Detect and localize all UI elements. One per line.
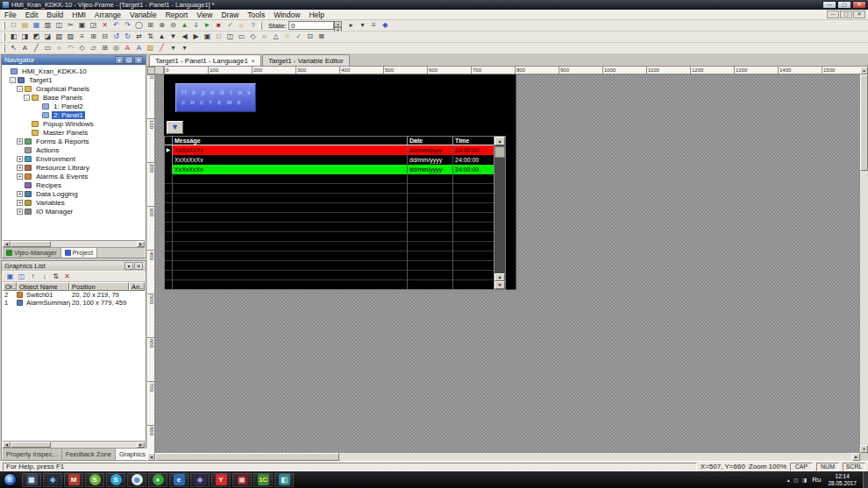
tree-expander[interactable]: +: [17, 191, 23, 197]
tree-item[interactable]: + Resource Library: [3, 163, 145, 172]
open-button[interactable]: ▤: [19, 20, 31, 31]
align-center-horizontal-button[interactable]: ▧: [53, 32, 65, 42]
scroll-thumb[interactable]: [11, 442, 51, 448]
dock-close-button[interactable]: ✕: [134, 56, 143, 64]
taskbar-app-icon[interactable]: 1С: [253, 473, 273, 487]
dock-pin-button[interactable]: ⊡: [125, 56, 133, 64]
taskbar-app-icon[interactable]: ◆: [43, 473, 62, 487]
rotate-left-button[interactable]: ↺: [110, 32, 122, 42]
menu-item-build[interactable]: Build: [42, 10, 68, 20]
scroll-thumb[interactable]: [11, 241, 51, 247]
build-button[interactable]: ▲: [179, 20, 190, 31]
show-desktop-button[interactable]: [863, 471, 868, 488]
same-height-button[interactable]: ◫: [224, 32, 236, 42]
taskbar-clock[interactable]: 12:14 28.05.2017: [828, 473, 857, 487]
tree-item[interactable]: - Base Panels: [3, 93, 145, 102]
document-hscrollbar[interactable]: ◀ ▶: [147, 453, 860, 461]
select-tool[interactable]: ↖: [8, 43, 19, 53]
state-menu-button[interactable]: ▾: [357, 20, 368, 31]
print-button[interactable]: ▥: [42, 20, 53, 31]
scroll-right-icon[interactable]: ▶: [137, 241, 145, 247]
mdi-close-button[interactable]: ✕: [853, 11, 865, 18]
tree-expander[interactable]: -: [17, 86, 23, 92]
tab-panel1-editor[interactable]: Target1 - Panel1 - Language1 ×: [149, 54, 261, 66]
foreground-color-dropdown[interactable]: ▾: [167, 43, 179, 53]
same-size-button[interactable]: ▣: [202, 32, 213, 42]
scroll-thumb[interactable]: [860, 74, 868, 171]
alarm-scrollbar[interactable]: ▲ ▲ ▼: [494, 137, 505, 289]
tree-expander[interactable]: -: [24, 95, 30, 101]
alarm-row[interactable]: ▶ XxXxXxXx dd/mm/yyyy 24:00:00: [165, 145, 505, 155]
toolbar-grip[interactable]: [3, 33, 5, 41]
tree-item[interactable]: 1: Panel2: [3, 102, 145, 110]
dock-menu-button[interactable]: ▾: [125, 262, 133, 270]
panel1-design-surface[interactable]: П е р е й т и к с и с т е м е ▤▤▼ .panel…: [164, 74, 516, 290]
line-color-button[interactable]: ╱: [156, 43, 167, 53]
download-button[interactable]: ⇓: [190, 20, 202, 31]
scroll-right-icon[interactable]: ▶: [852, 453, 860, 461]
goto-system-button[interactable]: П е р е й т и к с и с т е м е: [175, 83, 256, 112]
zoom-out-button[interactable]: ⊖: [167, 20, 179, 31]
snap-to-grid-button[interactable]: ▭: [236, 32, 247, 42]
validate-panel-button[interactable]: ✓: [293, 32, 304, 42]
show-grid-button[interactable]: ◇: [247, 32, 259, 42]
tree-item[interactable]: + Environment: [3, 154, 145, 163]
copy-button[interactable]: ▣: [76, 20, 88, 31]
column-header-order[interactable]: Or...: [3, 282, 17, 291]
scroll-up-icon[interactable]: ▲: [860, 67, 868, 74]
run-simulation-button[interactable]: ►: [202, 20, 213, 31]
redo-button[interactable]: ↷: [122, 20, 133, 31]
ungroup-button[interactable]: ⊟: [99, 32, 110, 42]
toolbar-grip[interactable]: [3, 22, 5, 30]
column-header-animation[interactable]: An...: [129, 282, 145, 291]
tab-feedback-zone[interactable]: Feedback Zone: [62, 449, 116, 460]
menu-item-help[interactable]: Help: [304, 10, 328, 20]
rectangle-tool[interactable]: ▭: [42, 43, 53, 53]
group-button[interactable]: ⊞: [88, 32, 99, 42]
scroll-up-icon[interactable]: ▲: [494, 273, 505, 281]
move-up-button[interactable]: ↑: [27, 272, 39, 282]
menu-item-arrange[interactable]: Arrange: [90, 10, 125, 20]
toolbar-options-button[interactable]: ≡: [368, 20, 380, 31]
dock-close-button[interactable]: ✕: [134, 262, 143, 270]
scroll-left-icon[interactable]: ◀: [3, 241, 11, 247]
start-button[interactable]: ⊞: [4, 473, 17, 486]
graphics-list-hscrollbar[interactable]: ◀ ▶: [3, 441, 145, 448]
tab-close-icon[interactable]: ×: [252, 58, 255, 64]
tree-expander[interactable]: +: [17, 156, 23, 162]
tree-item[interactable]: Popup Windows: [3, 119, 145, 128]
state-value-input[interactable]: 0: [288, 21, 334, 30]
flip-vertical-button[interactable]: ⇅: [145, 32, 156, 42]
taskbar-app-icon[interactable]: M: [64, 473, 83, 487]
column-header-object-name[interactable]: Object Name: [17, 282, 69, 291]
taskbar-app-icon[interactable]: e: [169, 473, 189, 487]
arc-tool[interactable]: ◠: [65, 43, 76, 53]
text-tool[interactable]: A: [19, 43, 31, 53]
fill-pattern-button[interactable]: ▨: [145, 43, 156, 53]
move-forward-button[interactable]: ▶: [190, 32, 202, 42]
window-close-button[interactable]: ✕: [852, 1, 866, 9]
help-button[interactable]: ?: [247, 20, 259, 31]
graphics-list-row[interactable]: 1 AlarmSummary01 20, 100 x 779, 459: [3, 299, 145, 307]
tree-item[interactable]: - Target1: [3, 75, 145, 84]
grid-object-tool[interactable]: ⊞: [99, 43, 110, 53]
new-button[interactable]: □: [8, 20, 19, 31]
taskbar-app-icon[interactable]: ▣: [232, 473, 252, 487]
taskbar-app-icon[interactable]: ◧: [274, 473, 294, 487]
unlock-object-button[interactable]: ⊠: [316, 32, 327, 42]
tree-item[interactable]: Actions: [3, 145, 145, 154]
find-button[interactable]: ◯: [133, 20, 145, 31]
font-color-button[interactable]: A: [133, 43, 145, 53]
tree-expander[interactable]: +: [17, 173, 23, 180]
scroll-up-icon[interactable]: ▲: [494, 137, 505, 145]
polygon-tool[interactable]: ◇: [76, 43, 88, 53]
delete-button[interactable]: ✕: [99, 20, 110, 31]
taskbar-app-icon[interactable]: S: [85, 473, 104, 487]
menu-item-tools[interactable]: Tools: [243, 10, 269, 20]
menu-item-draw[interactable]: Draw: [217, 10, 243, 20]
language-indicator[interactable]: Ru: [812, 476, 821, 484]
tab-project[interactable]: Project: [61, 248, 97, 258]
mdi-minimize-button[interactable]: —: [827, 11, 839, 18]
dock-menu-button[interactable]: ▾: [115, 56, 124, 64]
line-tool[interactable]: ╱: [31, 43, 42, 53]
